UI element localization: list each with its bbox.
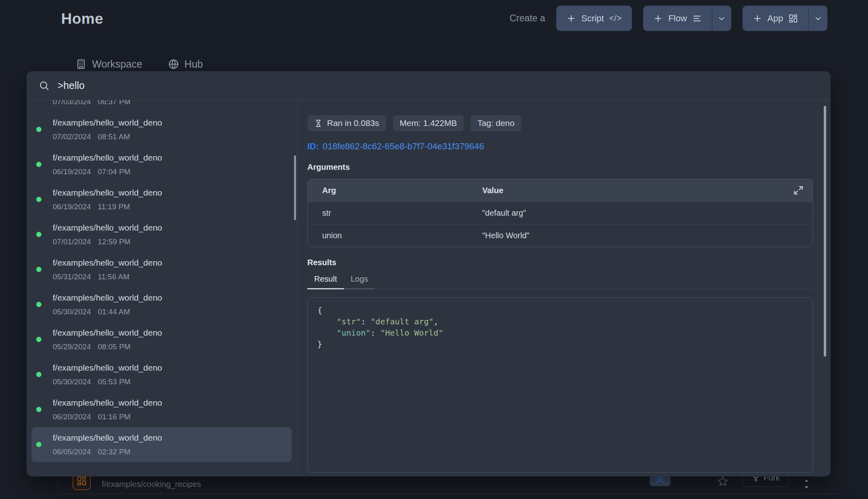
- run-badges: Ran in 0.083s Mem: 1.422MB Tag: deno: [307, 115, 813, 131]
- success-dot-icon: [36, 407, 41, 412]
- create-prefix-label: Create a: [510, 13, 545, 24]
- plus-icon: [753, 14, 762, 23]
- json-colon: :: [361, 317, 370, 326]
- building-icon: [76, 59, 86, 70]
- list-item[interactable]: f/examples/hello_world_deno 07/02/202408…: [31, 112, 292, 147]
- run-path: f/examples/hello_world_deno: [53, 153, 162, 163]
- duration-badge-label: Ran in 0.083s: [327, 118, 379, 128]
- create-app-split: App: [743, 6, 827, 31]
- run-details-panel: Ran in 0.083s Mem: 1.422MB Tag: deno ID:…: [298, 100, 831, 476]
- success-dot-icon: [36, 337, 41, 342]
- next-row-edge: [58, 494, 868, 499]
- users-icon: [656, 476, 664, 485]
- favorite-star-icon[interactable]: [714, 475, 731, 488]
- create-script-label: Script: [581, 13, 604, 24]
- chevron-down-icon: [814, 14, 823, 23]
- run-path: f/examples/hello_world_deno: [53, 433, 162, 443]
- list-item[interactable]: f/examples/hello_world_deno 05/30/202405…: [31, 357, 292, 392]
- json-colon: :: [370, 328, 380, 338]
- column-header-value: Value: [482, 186, 503, 195]
- arguments-table-header: Arg Value: [308, 179, 812, 202]
- create-app-label: App: [767, 13, 783, 24]
- tag-badge: Tag: deno: [471, 115, 521, 131]
- memory-badge: Mem: 1.422MB: [393, 115, 464, 131]
- create-app-dropdown-button[interactable]: [808, 6, 827, 31]
- tab-hub[interactable]: Hub: [166, 58, 206, 70]
- list-item[interactable]: f/examples/hello_world_deno 05/30/202401…: [31, 287, 292, 322]
- json-value: "Hello World": [380, 328, 443, 338]
- chevron-down-icon: [717, 14, 726, 23]
- duration-badge: Ran in 0.083s: [307, 115, 386, 131]
- success-dot-icon: [36, 197, 41, 202]
- success-dot-icon: [36, 442, 41, 447]
- run-date: 07/02/2024: [53, 132, 91, 141]
- run-date: 06/05/2024: [53, 447, 91, 456]
- arg-value: "Hello World": [482, 231, 529, 240]
- create-flow-button[interactable]: Flow: [643, 6, 712, 31]
- list-item[interactable]: f/examples/hello_world_deno 06/20/202401…: [31, 392, 292, 427]
- run-date: 05/31/2024: [53, 272, 91, 281]
- search-input[interactable]: [57, 79, 419, 92]
- tab-hub-label: Hub: [185, 58, 203, 70]
- list-item[interactable]: f/examples/hello_world_deno 06/19/202407…: [31, 147, 292, 182]
- run-date: 07/01/2024: [53, 237, 91, 246]
- run-list: 07/03/202406:37 PM f/examples/hello_worl…: [27, 100, 298, 476]
- palette-body: 07/03/202406:37 PM f/examples/hello_worl…: [27, 100, 831, 476]
- search-icon: [39, 80, 49, 91]
- page-title: Home: [61, 10, 103, 27]
- list-scrollbar[interactable]: [294, 155, 296, 220]
- panel-scrollbar[interactable]: [824, 106, 826, 357]
- run-time: 07:04 PM: [98, 167, 130, 176]
- run-id-label: ID:: [307, 141, 319, 151]
- run-path: f/examples/hello_world_deno: [53, 258, 162, 268]
- expand-icon[interactable]: [793, 185, 804, 196]
- tab-workspace[interactable]: Workspace: [73, 58, 145, 70]
- create-script-button[interactable]: Script </>: [556, 6, 632, 31]
- run-time: 11:56 AM: [98, 272, 130, 281]
- run-path: f/examples/hello_world_deno: [53, 188, 162, 198]
- list-item[interactable]: f/examples/hello_world_deno 05/29/202408…: [31, 322, 292, 357]
- json-brace: {: [317, 305, 322, 315]
- tab-logs[interactable]: Logs: [344, 274, 375, 289]
- results-tabs: Result Logs: [307, 274, 813, 289]
- command-palette-modal: 07/03/202406:37 PM f/examples/hello_worl…: [27, 71, 831, 476]
- run-time: 06:37 PM: [98, 100, 130, 106]
- app-screen: Home Create a Script </> Flow: [0, 0, 868, 499]
- json-value: "default arg": [370, 317, 434, 326]
- dashboard-icon: [788, 14, 798, 23]
- list-item-selected[interactable]: f/examples/hello_world_deno 06/05/202402…: [31, 427, 292, 462]
- run-time: 12:59 PM: [98, 237, 130, 246]
- run-id-link[interactable]: 018fe862-8c62-65e8-b7f7-04e31f379646: [323, 141, 484, 151]
- run-date: 06/19/2024: [53, 202, 91, 211]
- tab-workspace-label: Workspace: [92, 58, 142, 70]
- json-brace: }: [317, 339, 322, 349]
- create-flow-dropdown-button[interactable]: [712, 6, 731, 31]
- success-dot-icon: [36, 232, 41, 237]
- list-item[interactable]: f/examples/hello_world_deno 05/31/202411…: [31, 252, 292, 287]
- run-date: 05/30/2024: [53, 377, 91, 386]
- home-tabs: Workspace Hub: [73, 58, 205, 70]
- success-dot-icon: [36, 127, 41, 132]
- arg-name: str: [308, 208, 482, 218]
- plus-icon: [653, 14, 663, 23]
- table-row: union "Hello World": [308, 224, 812, 247]
- run-path: f/examples/hello_world_deno: [53, 398, 162, 408]
- list-item[interactable]: f/examples/hello_world_deno 06/19/202411…: [31, 182, 292, 217]
- run-path: f/examples/hello_world_deno: [53, 328, 162, 338]
- arg-name: union: [308, 231, 482, 240]
- create-flow-label: Flow: [668, 13, 687, 24]
- create-app-button[interactable]: App: [743, 6, 808, 31]
- app-item-path[interactable]: f/examples/cooking_recipes: [102, 480, 201, 489]
- run-time: 08:05 PM: [98, 342, 130, 351]
- run-time: 01:16 PM: [98, 412, 130, 421]
- run-time: 11:19 PM: [98, 202, 130, 211]
- run-path: f/examples/hello_world_deno: [53, 363, 162, 373]
- column-header-arg: Arg: [308, 186, 482, 195]
- list-item[interactable]: 07/03/202406:37 PM: [31, 100, 292, 112]
- tab-result[interactable]: Result: [307, 274, 344, 289]
- list-item[interactable]: f/examples/hello_world_deno 07/01/202412…: [31, 217, 292, 252]
- json-key: "str": [337, 317, 361, 326]
- arguments-heading: Arguments: [307, 163, 813, 172]
- code-icon: </>: [609, 14, 622, 23]
- create-flow-split: Flow: [643, 6, 731, 31]
